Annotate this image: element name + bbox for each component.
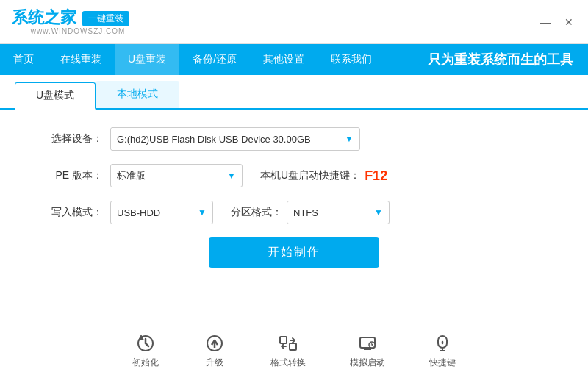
device-select[interactable]: G:(hd2)USB Flash Disk USB Device 30.00GB…: [110, 127, 360, 151]
device-row: 选择设备： G:(hd2)USB Flash Disk USB Device 3…: [44, 127, 544, 151]
nav-item-backup[interactable]: 备份/还原: [179, 44, 250, 75]
toolbar-item-initialize[interactable]: 初始化: [132, 332, 159, 369]
upgrade-icon: [203, 332, 226, 355]
app-logo: 系统之家 一键重装 —— www.WINDOWSZJ.COM ——: [12, 8, 144, 35]
nav-item-contact[interactable]: 联系我们: [318, 44, 385, 75]
svg-rect-3: [280, 337, 287, 343]
write-mode-label: 写入模式：: [44, 206, 103, 219]
title-bar: 系统之家 一键重装 —— www.WINDOWSZJ.COM —— — ✕: [0, 0, 588, 44]
simulate-label: 模拟启动: [350, 357, 385, 369]
convert-icon: [276, 332, 300, 355]
nav-item-home[interactable]: 首页: [0, 44, 47, 75]
logo-sub-text: —— www.WINDOWSZJ.COM ——: [12, 27, 144, 35]
minimize-button[interactable]: —: [538, 16, 553, 28]
write-mode-arrow: ▼: [198, 207, 207, 218]
tabs-row: U盘模式 本地模式: [0, 81, 588, 110]
toolbar-item-shortcut[interactable]: 快捷键: [429, 332, 456, 369]
form-area: 选择设备： G:(hd2)USB Flash Disk USB Device 3…: [0, 110, 588, 324]
nav-item-online[interactable]: 在线重装: [47, 44, 115, 75]
pe-version-select[interactable]: 标准版 ▼: [110, 164, 243, 188]
svg-rect-4: [290, 343, 296, 350]
partition-select[interactable]: NTFS ▼: [287, 201, 390, 224]
logo-badge: 一键重装: [82, 11, 129, 26]
main-content: U盘模式 本地模式 选择设备： G:(hd2)USB Flash Disk US…: [0, 75, 588, 375]
partition-label: 分区格式：: [231, 206, 282, 219]
write-mode-select[interactable]: USB-HDD ▼: [110, 201, 213, 224]
toolbar-item-simulate[interactable]: 模拟启动: [350, 332, 385, 369]
tab-udisk-mode[interactable]: U盘模式: [15, 82, 96, 110]
logo-main-text: 系统之家: [12, 8, 76, 27]
partition-arrow: ▼: [374, 207, 383, 218]
pe-row: PE 版本： 标准版 ▼ 本机U盘启动快捷键： F12: [44, 164, 544, 188]
pe-version-label: PE 版本：: [44, 169, 103, 182]
shortcut-icon: [431, 332, 454, 355]
initialize-label: 初始化: [132, 357, 159, 369]
simulate-icon: [356, 332, 379, 355]
upgrade-label: 升级: [206, 357, 223, 369]
tab-local-mode[interactable]: 本地模式: [96, 81, 179, 108]
nav-item-settings[interactable]: 其他设置: [250, 44, 318, 75]
toolbar-item-convert[interactable]: 格式转换: [270, 332, 306, 369]
write-mode-row: 写入模式： USB-HDD ▼ 分区格式： NTFS ▼: [44, 201, 544, 224]
start-button[interactable]: 开始制作: [209, 238, 379, 268]
window-controls: — ✕: [538, 16, 576, 28]
device-label: 选择设备：: [44, 132, 103, 146]
convert-label: 格式转换: [270, 357, 306, 369]
hotkey-value: F12: [365, 168, 387, 184]
nav-slogan: 只为重装系统而生的工具: [428, 44, 588, 75]
initialize-icon: [134, 332, 157, 355]
pe-select-arrow: ▼: [227, 171, 236, 181]
device-select-arrow: ▼: [345, 134, 354, 144]
toolbar-item-upgrade[interactable]: 升级: [203, 332, 226, 369]
nav-bar: 首页 在线重装 U盘重装 备份/还原 其他设置 联系我们 只为重装系统而生的工具: [0, 44, 588, 75]
bottom-toolbar: 初始化 升级 格式转换: [0, 324, 588, 375]
close-button[interactable]: ✕: [562, 16, 576, 28]
hotkey-label: 本机U盘启动快捷键：: [260, 169, 360, 182]
nav-items: 首页 在线重装 U盘重装 备份/还原 其他设置 联系我们: [0, 44, 385, 75]
nav-item-udisk[interactable]: U盘重装: [115, 44, 179, 75]
shortcut-label: 快捷键: [429, 357, 456, 369]
